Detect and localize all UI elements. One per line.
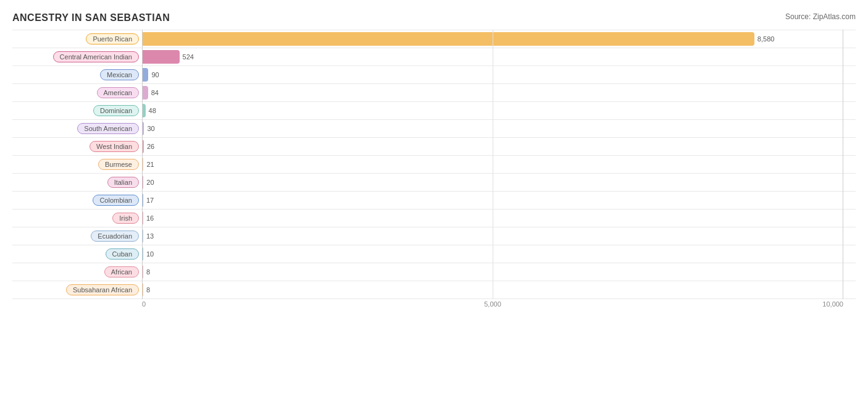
bar-row: African8 (12, 263, 856, 281)
chart-title: ANCESTRY IN SAN SEBASTIAN (12, 12, 856, 23)
bar (142, 211, 143, 225)
bar-section: 48 (142, 102, 856, 119)
bar (142, 193, 143, 207)
bar (142, 140, 144, 153)
bar-value: 8,580 (757, 35, 775, 43)
bar-value: 26 (147, 143, 154, 150)
label-area: Colombian (12, 195, 142, 206)
bar-value: 13 (146, 232, 154, 240)
bar (142, 265, 143, 279)
bar-row: Cuban10 (12, 245, 856, 263)
bar-section: 8 (142, 281, 856, 298)
label-area: Italian (12, 177, 142, 188)
bar-value: 30 (147, 125, 154, 132)
label-pill: Puerto Rican (86, 33, 139, 44)
bar-row: Subsaharan African8 (12, 281, 856, 299)
bar (142, 229, 143, 243)
label-pill: African (104, 266, 139, 277)
bar-row: Burmese21 (12, 156, 856, 174)
bar (142, 86, 148, 100)
bar-section: 8,580 (142, 30, 856, 48)
label-area: Burmese (12, 159, 142, 170)
bar-row: Mexican90 (12, 66, 856, 84)
bar (142, 122, 144, 135)
label-area: Irish (12, 213, 142, 224)
bar-section: 16 (142, 210, 856, 227)
label-area: West Indian (12, 141, 142, 152)
bar-row: Italian20 (12, 174, 856, 192)
bar-value: 10 (146, 250, 154, 258)
label-area: Puerto Rican (12, 33, 142, 44)
label-pill: Subsaharan African (66, 284, 139, 295)
bar-section: 84 (142, 84, 856, 101)
bar-value: 8 (146, 268, 150, 276)
label-area: Dominican (12, 105, 142, 116)
label-area: Subsaharan African (12, 284, 142, 295)
bar-section: 90 (142, 66, 856, 83)
bar-value: 17 (146, 197, 154, 204)
bar-section: 524 (142, 48, 856, 66)
bar (142, 32, 754, 46)
bar-section: 30 (142, 120, 856, 137)
label-pill: American (97, 87, 139, 98)
label-pill: Central American Indian (53, 51, 139, 62)
bar (142, 158, 143, 171)
label-pill: Colombian (93, 195, 139, 206)
bars-section: Puerto Rican8,580Central American Indian… (12, 30, 856, 299)
bar-value: 84 (151, 89, 159, 96)
label-area: African (12, 266, 142, 277)
bar-value: 8 (146, 286, 150, 294)
bar-row: South American30 (12, 120, 856, 138)
label-pill: Cuban (106, 248, 139, 260)
bar-value: 21 (146, 161, 154, 168)
label-pill: Irish (112, 213, 139, 224)
x-label-5000: 5,000 (484, 300, 501, 308)
bar-value: 20 (146, 179, 154, 186)
bar-value: 524 (183, 53, 194, 61)
x-axis: 0 5,000 10,000 (142, 300, 843, 314)
bar-row: Dominican48 (12, 102, 856, 120)
label-area: Ecuadorian (12, 231, 142, 242)
label-area: American (12, 87, 142, 98)
bar-row: West Indian26 (12, 138, 856, 156)
bar-row: Puerto Rican8,580 (12, 30, 856, 48)
bar-section: 10 (142, 245, 856, 263)
source-text: Source: ZipAtlas.com (785, 12, 856, 21)
label-pill: Dominican (93, 105, 139, 116)
bar-row: Colombian17 (12, 192, 856, 210)
x-label-10000: 10,000 (822, 300, 843, 308)
label-pill: Italian (107, 177, 139, 188)
label-area: Cuban (12, 248, 142, 260)
x-label-0: 0 (142, 300, 146, 308)
bar-section: 17 (142, 192, 856, 209)
label-area: Central American Indian (12, 51, 142, 62)
label-pill: West Indian (90, 141, 139, 152)
label-pill: Mexican (100, 69, 139, 80)
label-area: South American (12, 123, 142, 134)
label-pill: South American (77, 123, 139, 134)
bar-section: 13 (142, 227, 856, 245)
bar-section: 26 (142, 138, 856, 155)
bar-value: 48 (149, 107, 156, 114)
label-pill: Ecuadorian (91, 231, 139, 242)
bar-row: Ecuadorian13 (12, 227, 856, 245)
bar-section: 21 (142, 156, 856, 173)
bar-section: 8 (142, 263, 856, 281)
bar-row: Irish16 (12, 210, 856, 227)
bar (142, 68, 148, 82)
bar (142, 283, 143, 297)
label-area: Mexican (12, 69, 142, 80)
bar (142, 176, 143, 189)
chart-container: ANCESTRY IN SAN SEBASTIAN Source: ZipAtl… (0, 0, 868, 398)
bar-row: American84 (12, 84, 856, 102)
label-pill: Burmese (98, 159, 139, 170)
bar-row: Central American Indian524 (12, 48, 856, 66)
bar (142, 50, 180, 64)
bar-section: 20 (142, 174, 856, 191)
bar-value: 90 (151, 71, 159, 78)
bar-value: 16 (146, 214, 154, 222)
bar (142, 104, 146, 117)
bar (142, 247, 143, 261)
